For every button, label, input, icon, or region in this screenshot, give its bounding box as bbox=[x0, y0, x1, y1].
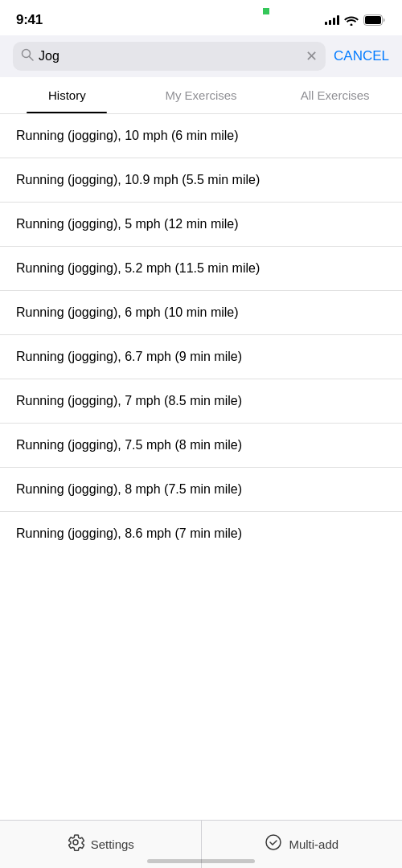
list-item[interactable]: Running (jogging), 10.9 mph (5.5 min mil… bbox=[0, 158, 402, 203]
multi-add-icon bbox=[265, 833, 282, 855]
exercise-list: Running (jogging), 10 mph (6 min mile) R… bbox=[0, 114, 402, 612]
search-bar-container: ✕ CANCEL bbox=[0, 35, 402, 77]
list-item[interactable]: Running (jogging), 10 mph (6 min mile) bbox=[0, 114, 402, 158]
tab-history[interactable]: History bbox=[0, 77, 134, 113]
list-item[interactable]: Running (jogging), 7.5 mph (8 min mile) bbox=[0, 424, 402, 468]
home-indicator bbox=[147, 859, 255, 863]
signal-icon bbox=[325, 15, 339, 25]
search-input-wrapper[interactable]: ✕ bbox=[13, 42, 326, 71]
tab-my-exercises[interactable]: My Exercises bbox=[134, 77, 269, 113]
battery-icon bbox=[363, 14, 386, 26]
list-item[interactable]: Running (jogging), 8.6 mph (7 min mile) bbox=[0, 512, 402, 555]
list-item[interactable]: Running (jogging), 5 mph (12 min mile) bbox=[0, 203, 402, 247]
clear-search-button[interactable]: ✕ bbox=[306, 49, 318, 63]
list-item[interactable]: Running (jogging), 6 mph (10 min mile) bbox=[0, 291, 402, 335]
tab-all-exercises[interactable]: All Exercises bbox=[268, 77, 402, 113]
cancel-button[interactable]: CANCEL bbox=[334, 48, 389, 64]
status-bar: 9:41 bbox=[0, 0, 402, 35]
status-icons bbox=[325, 14, 386, 26]
search-icon bbox=[21, 48, 34, 64]
wifi-icon bbox=[344, 15, 359, 26]
svg-line-3 bbox=[30, 57, 34, 61]
svg-point-4 bbox=[266, 835, 281, 850]
list-item[interactable]: Running (jogging), 7 mph (8.5 min mile) bbox=[0, 379, 402, 424]
settings-label: Settings bbox=[91, 837, 134, 851]
list-item[interactable]: Running (jogging), 6.7 mph (9 min mile) bbox=[0, 335, 402, 379]
search-input[interactable] bbox=[39, 49, 301, 63]
tabs-container: History My Exercises All Exercises bbox=[0, 77, 402, 114]
status-time: 9:41 bbox=[16, 12, 43, 28]
list-item[interactable]: Running (jogging), 8 mph (7.5 min mile) bbox=[0, 468, 402, 512]
settings-icon bbox=[67, 833, 84, 855]
svg-rect-1 bbox=[365, 16, 381, 24]
list-item[interactable]: Running (jogging), 5.2 mph (11.5 min mil… bbox=[0, 247, 402, 291]
green-dot-indicator bbox=[263, 8, 269, 14]
multi-add-label: Multi-add bbox=[289, 837, 338, 851]
